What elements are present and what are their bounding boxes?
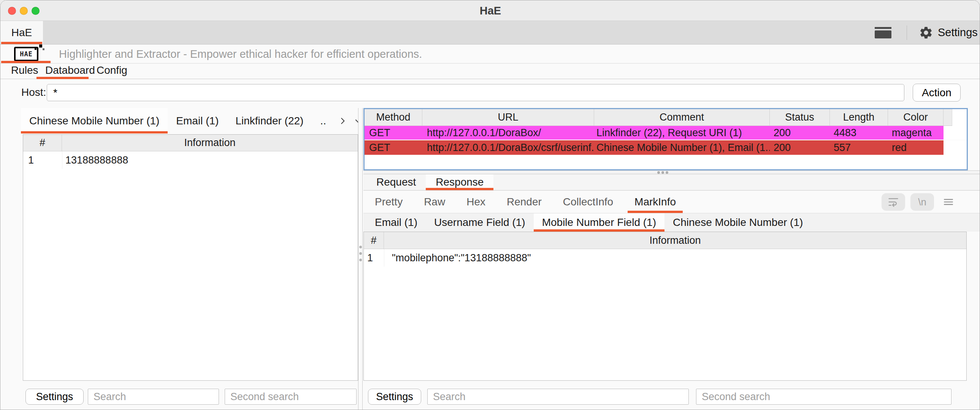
url-row-magenta[interactable]: GET http://127.0.0.1/DoraBox/ Linkfinder…: [364, 126, 967, 140]
vertical-splitter[interactable]: [358, 108, 363, 410]
tab-hae[interactable]: HaE: [0, 21, 43, 44]
right-settings-button[interactable]: Settings: [368, 389, 421, 405]
cell-color: magenta: [892, 127, 932, 139]
left-search-input[interactable]: [88, 389, 219, 405]
logo-sparkle-icon: [39, 45, 42, 48]
view-tabs: Pretty Raw Hex Render CollectInfo MarkIn…: [363, 191, 980, 213]
column-header-status[interactable]: Status: [770, 109, 830, 126]
column-header-length[interactable]: Length: [830, 109, 888, 126]
tab-pretty[interactable]: Pretty: [364, 191, 413, 213]
cell-status: 200: [773, 142, 791, 154]
toolbar-divider: [907, 26, 907, 40]
cell-information: "mobilephone":"13188888888": [384, 249, 966, 266]
tab-hae-label: HaE: [11, 27, 32, 39]
column-header-comment[interactable]: Comment: [594, 109, 770, 126]
titlebar: HaE: [0, 0, 980, 21]
tab-mark-email[interactable]: Email (1): [366, 213, 426, 231]
markinfo-tabs: Email (1) Username Field (1) Mobile Numb…: [363, 213, 980, 231]
right-second-search-input[interactable]: [696, 389, 951, 405]
settings-button[interactable]: Settings: [919, 21, 978, 44]
column-header-information[interactable]: Information: [384, 232, 966, 249]
column-header-information[interactable]: Information: [62, 135, 358, 151]
tab-hex[interactable]: Hex: [456, 191, 496, 213]
tab-mark-mobile-number-field[interactable]: Mobile Number Field (1): [534, 213, 665, 231]
action-button[interactable]: Action: [913, 84, 961, 102]
table-header: # Information: [23, 135, 358, 152]
cell-url: http://127.0.0.1/DoraBox/: [427, 127, 541, 139]
tab-raw[interactable]: Raw: [413, 191, 456, 213]
tab-rules[interactable]: Rules: [11, 64, 38, 79]
tab-collectinfo[interactable]: CollectInfo: [552, 191, 624, 213]
left-settings-button[interactable]: Settings: [25, 389, 84, 405]
hae-logo-text: HAE: [20, 50, 33, 58]
settings-label: Settings: [938, 26, 978, 39]
request-url-table: Method URL Comment Status Length Color G…: [363, 108, 968, 171]
right-search-input[interactable]: [427, 389, 689, 405]
tab-render[interactable]: Render: [496, 191, 552, 213]
cell-comment: Chinese Mobile Number (1), Email (1...: [597, 142, 770, 154]
word-wrap-icon[interactable]: [881, 193, 905, 211]
url-row-red[interactable]: GET http://127.0.0.1/DoraBox/csrf/userin…: [364, 140, 967, 155]
cell-length: 557: [834, 142, 851, 154]
result-category-tabs: Chinese Mobile Number (1) Email (1) Link…: [21, 108, 366, 134]
table-row[interactable]: 1 13188888888: [23, 152, 358, 169]
column-header-num[interactable]: #: [23, 135, 62, 151]
url-table-header: Method URL Comment Status Length Color: [364, 109, 967, 126]
window-layout-icon[interactable]: [875, 27, 891, 38]
host-filter-bar: Host: Action: [0, 79, 980, 107]
tab-chinese-mobile-number[interactable]: Chinese Mobile Number (1): [21, 108, 168, 134]
tab-request[interactable]: Request: [366, 174, 426, 190]
editor-toolbar: \n: [881, 193, 958, 211]
cell-color: red: [892, 142, 907, 154]
extracted-data-table: # Information 1 13188888888: [23, 134, 358, 381]
active-tab-underline: [1, 42, 42, 44]
markinfo-table: # Information 1 "mobilephone":"131888888…: [363, 231, 967, 381]
host-input[interactable]: [47, 84, 904, 101]
tab-mark-chinese-mobile-number[interactable]: Chinese Mobile Number (1): [665, 213, 811, 231]
column-header-color[interactable]: Color: [888, 109, 943, 126]
app-tab-bar: HaE Settings: [0, 21, 980, 45]
tagline: Highlighter and Extractor - Empower ethi…: [59, 45, 422, 64]
main-nav-tabs: Rules Databoard Config: [0, 64, 980, 79]
cell-num: 1: [364, 249, 384, 266]
logo-sparkle-icon: [35, 48, 37, 50]
message-tabs: Request Response: [363, 174, 980, 191]
column-header-method[interactable]: Method: [364, 109, 422, 126]
host-label: Host:: [21, 79, 46, 107]
column-header-url[interactable]: URL: [422, 109, 594, 126]
cell-url: http://127.0.0.1/DoraBox/csrf/userinf...: [427, 142, 594, 154]
cell-comment: Linkfinder (22), Request URI (1): [597, 127, 742, 139]
gear-icon: [919, 26, 933, 40]
active-view-underline: [628, 211, 683, 213]
chevron-right-icon[interactable]: [334, 108, 350, 134]
cell-method: GET: [369, 142, 390, 154]
logo-tab-underline: [1, 61, 51, 63]
scrollbar-corner: [943, 109, 952, 126]
left-second-search-input[interactable]: [225, 389, 356, 405]
cell-status: 200: [773, 127, 791, 139]
databoard-content: Chinese Mobile Number (1) Email (1) Link…: [0, 107, 980, 410]
scrollbar-track: [952, 109, 967, 126]
horizontal-splitter[interactable]: [363, 171, 980, 174]
window-title: HaE: [0, 0, 980, 21]
newline-icon[interactable]: \n: [910, 193, 934, 211]
active-message-underline: [426, 188, 493, 190]
tab-overflow-dots[interactable]: ..: [312, 108, 334, 134]
tab-linkfinder[interactable]: Linkfinder (22): [227, 108, 312, 134]
cell-num: 1: [23, 152, 62, 169]
cell-method: GET: [369, 127, 390, 139]
hae-window: HaE HaE Settings HAE Highlighter and Ext…: [0, 0, 980, 410]
logo-sparkle-icon: [43, 48, 45, 50]
table-row[interactable]: 1 "mobilephone":"13188888888": [364, 249, 966, 266]
active-category-underline: [21, 131, 168, 134]
cell-length: 4483: [834, 127, 856, 139]
tab-mark-username-field[interactable]: Username Field (1): [426, 213, 534, 231]
tab-config[interactable]: Config: [97, 64, 127, 79]
tab-response[interactable]: Response: [426, 174, 493, 190]
tab-markinfo[interactable]: MarkInfo: [624, 191, 687, 213]
editor-menu-icon[interactable]: [939, 193, 958, 211]
cell-information: 13188888888: [62, 152, 358, 169]
column-header-num[interactable]: #: [364, 232, 384, 249]
tab-email[interactable]: Email (1): [168, 108, 227, 134]
extension-banner: HAE Highlighter and Extractor - Empower …: [0, 45, 980, 64]
